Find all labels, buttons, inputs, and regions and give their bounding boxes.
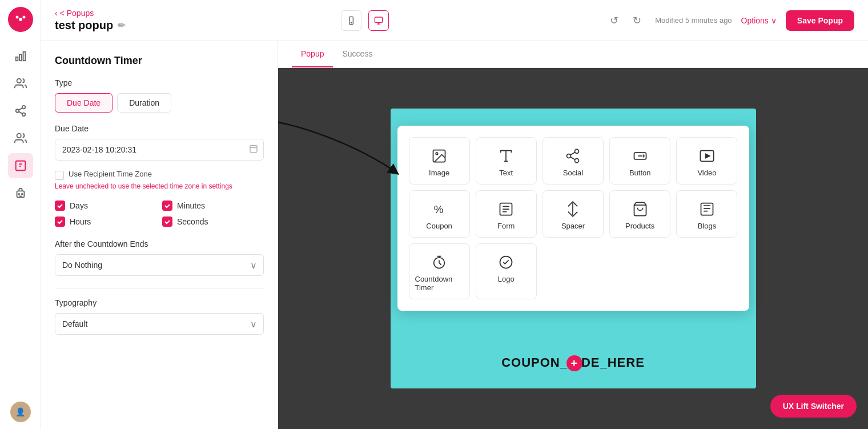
svg-rect-17 <box>375 17 383 22</box>
svg-point-2 <box>22 16 25 19</box>
seconds-checkbox-item: Seconds <box>162 216 264 227</box>
ux-lift-btn[interactable]: UX Lift Switcher <box>770 395 857 418</box>
svg-point-20 <box>436 153 438 155</box>
type-buttons: Due Date Duration <box>55 93 264 113</box>
days-checkbox-item: Days <box>55 201 156 211</box>
popup-title-text: test popup <box>55 19 113 32</box>
widget-image[interactable]: Image <box>409 137 470 185</box>
widget-blogs[interactable]: Blogs <box>676 190 737 238</box>
time-units-grid: Days Minutes Hours <box>55 201 264 227</box>
duration-btn[interactable]: Duration <box>117 93 171 113</box>
timezone-checkbox[interactable] <box>55 171 64 180</box>
canvas-area: Image Text <box>278 68 868 429</box>
modified-text: Modified 5 minutes ago <box>655 16 732 25</box>
svg-point-7 <box>22 106 25 109</box>
left-panel: Countdown Timer Type Due Date Duration D… <box>41 41 278 429</box>
widget-coupon[interactable]: % Coupon <box>409 190 470 238</box>
hours-checkbox-item: Hours <box>55 216 156 227</box>
timezone-label: Use Recipient Time Zone <box>69 170 152 178</box>
widget-countdown[interactable]: Countdown Timer <box>409 243 470 299</box>
widget-social[interactable]: Social <box>542 137 604 185</box>
svg-point-10 <box>17 134 21 138</box>
back-arrow: ‹ <box>55 9 58 18</box>
date-input[interactable] <box>55 139 264 161</box>
nav-icon-users[interactable] <box>8 71 33 96</box>
user-avatar[interactable]: 👤 <box>10 402 31 422</box>
due-date-label: Due Date <box>55 124 264 133</box>
date-input-wrapper <box>55 139 264 161</box>
svg-text:%: % <box>434 203 444 215</box>
back-link[interactable]: ‹ < Popups <box>55 9 123 18</box>
coupon-plus-icon[interactable]: + <box>566 355 582 371</box>
svg-point-14 <box>21 194 22 195</box>
svg-point-0 <box>19 18 22 21</box>
after-ends-select-wrapper: Do Nothing ∨ <box>55 254 264 276</box>
options-btn[interactable]: Options ∨ <box>741 16 777 25</box>
back-label: < Popups <box>60 9 94 18</box>
nav-icon-popup[interactable] <box>8 153 33 178</box>
svg-point-23 <box>575 159 579 163</box>
widget-video[interactable]: Video <box>676 137 737 185</box>
svg-point-21 <box>575 149 579 153</box>
svg-point-9 <box>22 113 25 117</box>
widget-products[interactable]: Products <box>609 190 670 238</box>
hours-checkbox[interactable] <box>55 216 65 227</box>
svg-point-1 <box>15 16 18 19</box>
svg-point-16 <box>351 22 352 23</box>
save-popup-btn[interactable]: Save Popup <box>786 10 854 31</box>
widget-button[interactable]: Button <box>609 137 670 185</box>
svg-marker-26 <box>706 154 710 158</box>
due-date-btn[interactable]: Due Date <box>55 93 112 113</box>
desktop-device-btn[interactable] <box>368 10 389 31</box>
editor-area: Popup Success <box>278 41 868 429</box>
undo-btn[interactable]: ↺ <box>605 11 623 30</box>
redo-btn[interactable]: ↻ <box>628 11 646 30</box>
app-logo[interactable] <box>8 7 33 32</box>
widget-spacer[interactable]: Spacer <box>542 190 604 238</box>
nav-icon-team[interactable] <box>8 126 33 151</box>
timezone-row: Use Recipient Time Zone <box>55 170 264 180</box>
mobile-device-btn[interactable] <box>341 10 361 31</box>
coupon-code-text: COUPON_+DE_HERE <box>391 355 756 371</box>
content-area: Countdown Timer Type Due Date Duration D… <box>41 41 868 429</box>
typography-select-wrapper: Default ∨ <box>55 313 264 335</box>
widget-text[interactable]: Text <box>476 137 537 185</box>
widget-logo[interactable]: Logo <box>476 243 537 299</box>
widget-grid: Image Text <box>409 137 738 299</box>
widget-form[interactable]: Form <box>476 190 537 238</box>
seconds-label: Seconds <box>177 217 208 226</box>
minutes-checkbox[interactable] <box>162 201 172 211</box>
svg-point-6 <box>17 79 21 83</box>
svg-point-13 <box>18 194 19 195</box>
days-checkbox[interactable] <box>55 201 65 211</box>
after-ends-select[interactable]: Do Nothing <box>55 254 264 276</box>
calendar-icon <box>249 144 258 155</box>
edit-title-icon[interactable]: ✏ <box>118 20 125 31</box>
nav-icon-flow[interactable] <box>8 98 33 123</box>
typography-select[interactable]: Default <box>55 313 264 335</box>
main-area: ‹ < Popups test popup ✏ ↺ ↻ Modified 5 m… <box>41 0 868 429</box>
type-label: Type <box>55 78 264 87</box>
widget-picker: Image Text <box>397 126 749 311</box>
popup-title-container: test popup ✏ <box>55 19 125 32</box>
nav-icon-bot[interactable] <box>8 181 33 206</box>
tab-bar: Popup Success <box>278 41 868 68</box>
svg-rect-18 <box>250 146 257 153</box>
device-switcher <box>134 10 596 31</box>
seconds-checkbox[interactable] <box>162 216 172 227</box>
undo-redo-group: ↺ ↻ <box>605 11 646 30</box>
hours-label: Hours <box>70 217 91 226</box>
tab-popup[interactable]: Popup <box>292 41 333 67</box>
tab-success[interactable]: Success <box>333 41 381 67</box>
panel-title: Countdown Timer <box>55 55 264 67</box>
left-sidebar: 👤 <box>0 0 41 429</box>
nav-icon-analytics[interactable] <box>8 43 33 69</box>
top-bar: ‹ < Popups test popup ✏ ↺ ↻ Modified 5 m… <box>41 0 868 41</box>
svg-rect-5 <box>23 52 25 61</box>
svg-rect-3 <box>15 57 18 61</box>
after-ends-label: After the Countdown Ends <box>55 239 264 248</box>
svg-point-8 <box>15 109 19 113</box>
arrow-annotation <box>278 114 409 183</box>
svg-rect-30 <box>701 203 713 215</box>
svg-point-22 <box>567 154 571 158</box>
